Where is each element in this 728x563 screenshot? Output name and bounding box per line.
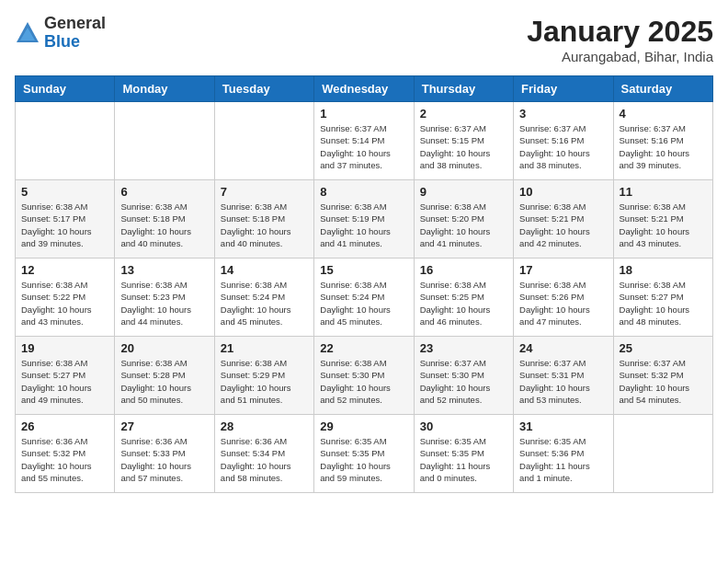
day-info: Sunrise: 6:38 AMSunset: 5:27 PMDaylight:… (21, 357, 108, 406)
weekday-header: Monday (115, 76, 214, 102)
day-info: Sunrise: 6:38 AMSunset: 5:28 PMDaylight:… (120, 357, 208, 406)
calendar-cell: 3Sunrise: 6:37 AMSunset: 5:16 PMDaylight… (514, 102, 613, 180)
day-info: Sunrise: 6:37 AMSunset: 5:32 PMDaylight:… (620, 357, 707, 406)
calendar-cell: 15Sunrise: 6:38 AMSunset: 5:24 PMDayligh… (314, 259, 414, 337)
month-title: January 2025 (527, 15, 713, 49)
calendar-cell: 14Sunrise: 6:38 AMSunset: 5:24 PMDayligh… (214, 259, 313, 337)
calendar-cell: 29Sunrise: 6:35 AMSunset: 5:35 PMDayligh… (314, 415, 414, 493)
day-info: Sunrise: 6:38 AMSunset: 5:23 PMDaylight:… (120, 279, 208, 327)
day-number: 6 (120, 185, 208, 199)
day-number: 31 (519, 419, 607, 433)
day-info: Sunrise: 6:37 AMSunset: 5:31 PMDaylight:… (519, 357, 607, 406)
calendar-week-row: 19Sunrise: 6:38 AMSunset: 5:27 PMDayligh… (16, 337, 713, 415)
day-number: 4 (620, 107, 707, 121)
day-number: 7 (221, 185, 308, 199)
calendar-cell: 23Sunrise: 6:37 AMSunset: 5:30 PMDayligh… (414, 337, 513, 415)
day-number: 23 (420, 341, 507, 355)
day-number: 28 (221, 419, 308, 433)
day-info: Sunrise: 6:35 AMSunset: 5:36 PMDaylight:… (519, 435, 607, 484)
day-number: 3 (519, 107, 607, 121)
day-number: 19 (21, 341, 108, 355)
calendar-cell: 21Sunrise: 6:38 AMSunset: 5:29 PMDayligh… (214, 337, 313, 415)
day-info: Sunrise: 6:37 AMSunset: 5:16 PMDaylight:… (620, 122, 707, 171)
day-info: Sunrise: 6:38 AMSunset: 5:29 PMDaylight:… (221, 357, 308, 406)
day-info: Sunrise: 6:38 AMSunset: 5:27 PMDaylight:… (620, 279, 707, 327)
calendar-cell: 18Sunrise: 6:38 AMSunset: 5:27 PMDayligh… (613, 259, 712, 337)
day-number: 21 (221, 341, 308, 355)
calendar-cell: 30Sunrise: 6:35 AMSunset: 5:35 PMDayligh… (414, 415, 513, 493)
day-info: Sunrise: 6:37 AMSunset: 5:16 PMDaylight:… (519, 122, 607, 171)
weekday-header: Saturday (613, 76, 712, 102)
calendar-cell: 16Sunrise: 6:38 AMSunset: 5:25 PMDayligh… (414, 259, 513, 337)
day-info: Sunrise: 6:36 AMSunset: 5:34 PMDaylight:… (221, 435, 308, 484)
calendar-week-row: 12Sunrise: 6:38 AMSunset: 5:22 PMDayligh… (16, 259, 713, 337)
calendar-cell: 4Sunrise: 6:37 AMSunset: 5:16 PMDaylight… (613, 102, 712, 180)
calendar-cell: 22Sunrise: 6:38 AMSunset: 5:30 PMDayligh… (314, 337, 414, 415)
calendar-cell (613, 415, 712, 493)
day-info: Sunrise: 6:35 AMSunset: 5:35 PMDaylight:… (420, 435, 507, 484)
calendar-cell: 11Sunrise: 6:38 AMSunset: 5:21 PMDayligh… (613, 180, 712, 259)
day-number: 13 (120, 263, 208, 277)
logo-text: General Blue (44, 15, 106, 52)
location: Aurangabad, Bihar, India (527, 49, 713, 64)
calendar-cell: 10Sunrise: 6:38 AMSunset: 5:21 PMDayligh… (514, 180, 613, 259)
calendar-header-row: SundayMondayTuesdayWednesdayThursdayFrid… (16, 76, 713, 102)
day-number: 2 (420, 107, 507, 121)
calendar-cell: 2Sunrise: 6:37 AMSunset: 5:15 PMDaylight… (414, 102, 513, 180)
calendar-cell: 1Sunrise: 6:37 AMSunset: 5:14 PMDaylight… (314, 102, 414, 180)
day-info: Sunrise: 6:36 AMSunset: 5:32 PMDaylight:… (21, 435, 108, 484)
calendar-cell: 19Sunrise: 6:38 AMSunset: 5:27 PMDayligh… (16, 337, 115, 415)
calendar-week-row: 26Sunrise: 6:36 AMSunset: 5:32 PMDayligh… (16, 415, 713, 493)
day-number: 27 (120, 419, 208, 433)
title-block: January 2025 Aurangabad, Bihar, India (527, 15, 713, 64)
day-number: 14 (221, 263, 308, 277)
day-info: Sunrise: 6:37 AMSunset: 5:14 PMDaylight:… (320, 122, 407, 171)
calendar-cell: 12Sunrise: 6:38 AMSunset: 5:22 PMDayligh… (16, 259, 115, 337)
day-number: 17 (519, 263, 607, 277)
day-number: 24 (519, 341, 607, 355)
logo-icon (15, 20, 40, 46)
day-number: 1 (320, 107, 407, 121)
day-number: 30 (420, 419, 507, 433)
logo: General Blue (15, 15, 106, 52)
calendar-week-row: 5Sunrise: 6:38 AMSunset: 5:17 PMDaylight… (16, 180, 713, 259)
day-info: Sunrise: 6:35 AMSunset: 5:35 PMDaylight:… (320, 435, 407, 484)
calendar-cell: 20Sunrise: 6:38 AMSunset: 5:28 PMDayligh… (115, 337, 214, 415)
weekday-header: Wednesday (314, 76, 414, 102)
calendar-cell: 27Sunrise: 6:36 AMSunset: 5:33 PMDayligh… (115, 415, 214, 493)
calendar-cell (115, 102, 214, 180)
day-info: Sunrise: 6:38 AMSunset: 5:20 PMDaylight:… (420, 201, 507, 249)
calendar-cell: 26Sunrise: 6:36 AMSunset: 5:32 PMDayligh… (16, 415, 115, 493)
day-number: 12 (21, 263, 108, 277)
calendar-cell (16, 102, 115, 180)
day-number: 22 (320, 341, 407, 355)
day-number: 26 (21, 419, 108, 433)
calendar-cell: 8Sunrise: 6:38 AMSunset: 5:19 PMDaylight… (314, 180, 414, 259)
logo-general: General (44, 14, 106, 32)
day-number: 18 (620, 263, 707, 277)
day-info: Sunrise: 6:38 AMSunset: 5:21 PMDaylight:… (620, 201, 707, 249)
day-info: Sunrise: 6:38 AMSunset: 5:24 PMDaylight:… (221, 279, 308, 327)
calendar-cell: 7Sunrise: 6:38 AMSunset: 5:18 PMDaylight… (214, 180, 313, 259)
day-info: Sunrise: 6:37 AMSunset: 5:30 PMDaylight:… (420, 357, 507, 406)
weekday-header: Tuesday (214, 76, 313, 102)
day-number: 5 (21, 185, 108, 199)
day-info: Sunrise: 6:37 AMSunset: 5:15 PMDaylight:… (420, 122, 507, 171)
day-number: 8 (320, 185, 407, 199)
calendar-week-row: 1Sunrise: 6:37 AMSunset: 5:14 PMDaylight… (16, 102, 713, 180)
day-info: Sunrise: 6:38 AMSunset: 5:22 PMDaylight:… (21, 279, 108, 327)
day-info: Sunrise: 6:38 AMSunset: 5:25 PMDaylight:… (420, 279, 507, 327)
day-number: 9 (420, 185, 507, 199)
day-number: 29 (320, 419, 407, 433)
calendar-cell: 17Sunrise: 6:38 AMSunset: 5:26 PMDayligh… (514, 259, 613, 337)
day-info: Sunrise: 6:38 AMSunset: 5:18 PMDaylight:… (221, 201, 308, 249)
calendar-cell: 6Sunrise: 6:38 AMSunset: 5:18 PMDaylight… (115, 180, 214, 259)
day-info: Sunrise: 6:38 AMSunset: 5:21 PMDaylight:… (519, 201, 607, 249)
calendar-cell: 13Sunrise: 6:38 AMSunset: 5:23 PMDayligh… (115, 259, 214, 337)
weekday-header: Friday (514, 76, 613, 102)
day-info: Sunrise: 6:38 AMSunset: 5:26 PMDaylight:… (519, 279, 607, 327)
calendar-table: SundayMondayTuesdayWednesdayThursdayFrid… (15, 75, 713, 493)
page-header: General Blue January 2025 Aurangabad, Bi… (15, 15, 713, 64)
day-number: 16 (420, 263, 507, 277)
calendar-cell (214, 102, 313, 180)
